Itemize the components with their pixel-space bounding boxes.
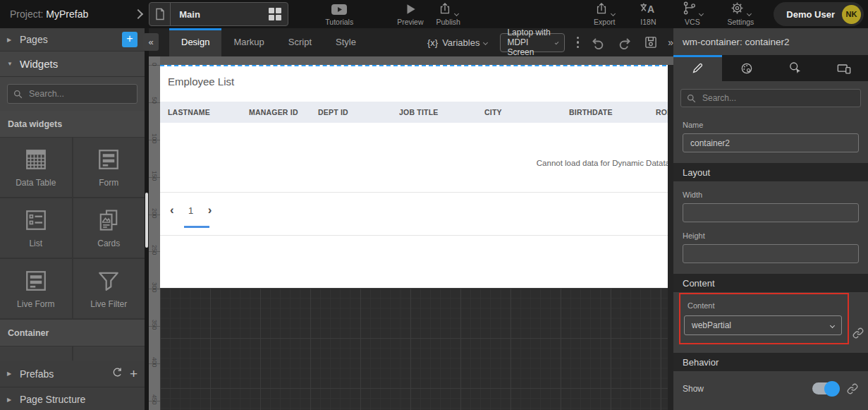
bind-show-button[interactable] xyxy=(847,383,858,394)
grid-icon[interactable] xyxy=(269,8,281,20)
widget-tile-list[interactable]: List xyxy=(0,198,72,258)
column-header[interactable]: BIRTHDATE xyxy=(569,108,656,116)
tab-devices[interactable] xyxy=(819,55,868,81)
refresh-icon[interactable] xyxy=(111,366,123,381)
avatar: NK xyxy=(842,5,861,24)
save-icon xyxy=(644,35,658,49)
content-select[interactable]: webPartial xyxy=(684,315,842,335)
width-field[interactable] xyxy=(683,203,859,222)
canvas-scrollbar[interactable] xyxy=(668,65,673,410)
wavemaker-studio: Project: MyPrefab Main Tutorials Preview xyxy=(0,0,868,410)
widget-tile-form[interactable]: Form xyxy=(73,138,145,197)
property-search-input[interactable] xyxy=(680,89,861,107)
vcs-button[interactable]: VCS xyxy=(681,3,703,26)
chevron-right-icon: ▶ xyxy=(7,370,13,377)
user-name: Demo User xyxy=(786,9,835,20)
behavior-section-header[interactable]: Behavior xyxy=(673,353,868,371)
tutorials-button[interactable]: Tutorials xyxy=(325,3,353,26)
page-number[interactable]: 1 xyxy=(184,205,198,216)
settings-button[interactable]: Settings xyxy=(727,3,754,26)
collapse-sidebar-button[interactable]: « xyxy=(143,33,159,51)
column-header[interactable]: LASTNAME xyxy=(168,108,249,116)
height-field[interactable] xyxy=(683,244,859,263)
studio-body: ▶ Pages + ▼ Widgets Data widgets Data Ta… xyxy=(0,28,868,410)
widget-tile-cards[interactable]: Cards xyxy=(73,198,145,258)
i18n-icon: A xyxy=(639,3,657,16)
device-select[interactable]: Laptop with MDPI Screen xyxy=(500,33,564,52)
preview-icon xyxy=(404,3,417,16)
add-page-button[interactable]: + xyxy=(122,32,137,47)
chevron-right-icon[interactable] xyxy=(133,9,143,19)
tab-design[interactable]: Design xyxy=(169,28,221,56)
canvas-grid-background[interactable] xyxy=(160,288,673,410)
bind-content-button[interactable] xyxy=(852,327,864,339)
sidebar-item-page-structure[interactable]: ▶ Page Structure xyxy=(0,387,145,410)
search-icon xyxy=(13,90,23,99)
name-field[interactable] xyxy=(683,133,859,152)
more-options-icon[interactable] xyxy=(577,37,580,49)
next-page-icon[interactable]: › xyxy=(208,203,212,217)
show-toggle[interactable] xyxy=(812,382,838,394)
layout-section-header[interactable]: Layout xyxy=(673,163,868,181)
show-label: Show xyxy=(683,384,804,394)
i18n-button[interactable]: A I18N xyxy=(639,3,657,26)
tutorials-icon xyxy=(331,3,348,16)
user-menu[interactable]: Demo User NK xyxy=(774,2,864,26)
live-form-icon xyxy=(23,268,49,294)
search-input[interactable] xyxy=(7,84,137,104)
widget-tile-live-filter[interactable]: Live Filter xyxy=(73,259,145,318)
tab-style[interactable]: Style xyxy=(324,28,368,56)
column-header[interactable]: JOB TITLE xyxy=(399,108,484,116)
vertical-ruler: 0 50 100 150 200 250 300 350 400 450 xyxy=(149,56,160,410)
column-header[interactable]: DEPT ID xyxy=(318,108,399,116)
link-icon xyxy=(847,383,858,394)
tab-script[interactable]: Script xyxy=(276,28,324,56)
sidebar-item-pages[interactable]: ▶ Pages + xyxy=(0,28,145,52)
column-header[interactable]: MANAGER ID xyxy=(249,108,318,116)
property-search xyxy=(673,81,868,111)
live-filter-icon xyxy=(96,268,121,294)
devices-icon xyxy=(836,61,852,76)
tab-events[interactable] xyxy=(771,55,819,81)
sidebar-item-widgets[interactable]: ▼ Widgets xyxy=(0,52,145,77)
active-page-underline xyxy=(184,226,209,228)
show-property-row: Show xyxy=(683,382,858,394)
widget-tile-data-table[interactable]: Data Table xyxy=(0,138,72,197)
palette-icon xyxy=(740,61,754,76)
tab-properties[interactable] xyxy=(673,55,722,81)
expand-panel-button[interactable]: » xyxy=(668,37,673,48)
name-label: Name xyxy=(683,121,859,129)
tab-markup[interactable]: Markup xyxy=(221,28,276,56)
widget-tile-partial[interactable] xyxy=(0,346,72,361)
column-header[interactable]: CITY xyxy=(484,108,569,116)
widget-tile-partial[interactable] xyxy=(73,346,145,361)
export-button[interactable]: Export xyxy=(594,3,615,26)
container-header: Container xyxy=(0,320,145,346)
properties-panel: wm-container: container2 Name xyxy=(673,28,868,410)
save-button[interactable] xyxy=(644,35,658,49)
vcs-icon xyxy=(681,3,703,16)
page-tab-main[interactable]: Main xyxy=(149,2,288,26)
scrollbar-thumb[interactable] xyxy=(145,193,148,248)
publish-button[interactable]: Publish xyxy=(436,3,460,26)
chevron-down-icon xyxy=(699,11,704,16)
redo-button[interactable] xyxy=(617,36,632,49)
variables-icon: {x} xyxy=(427,37,438,48)
content-section-header[interactable]: Content xyxy=(673,274,868,292)
widget-tile-live-form[interactable]: Live Form xyxy=(0,259,72,318)
datatable-header-row[interactable]: LASTNAME MANAGER ID DEPT ID JOB TITLE CI… xyxy=(160,102,668,123)
page-canvas[interactable]: Employee List LASTNAME MANAGER ID DEPT I… xyxy=(160,65,673,288)
variables-button[interactable]: {x} Variables xyxy=(427,37,487,48)
add-prefab-button[interactable]: + xyxy=(130,369,137,379)
sidebar-item-prefabs[interactable]: ▶ Prefabs + xyxy=(0,361,145,387)
undo-button[interactable] xyxy=(590,36,606,49)
chevron-down-icon: ▼ xyxy=(7,61,13,67)
tab-styles[interactable] xyxy=(722,55,771,81)
widget-search xyxy=(0,77,145,111)
chevron-down-icon xyxy=(483,40,488,44)
prev-page-icon[interactable]: ‹ xyxy=(170,203,174,217)
canvas-column: Design Markup Script Style {x} Variables… xyxy=(149,28,673,410)
content-label: Content xyxy=(687,301,842,310)
design-canvas: Employee List LASTNAME MANAGER ID DEPT I… xyxy=(160,56,673,410)
preview-button[interactable]: Preview xyxy=(397,3,423,26)
